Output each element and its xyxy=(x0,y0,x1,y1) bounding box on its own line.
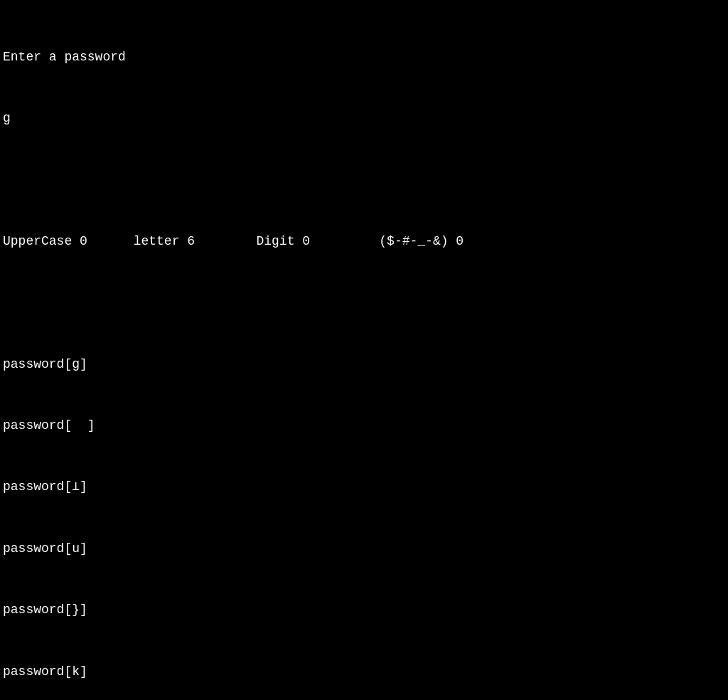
line-pw6: password[k] xyxy=(3,662,725,682)
line-stats: UpperCase 0 letter 6 Digit 0 ($-#-_-&) 0 xyxy=(3,231,725,252)
line-prompt: Enter a password xyxy=(3,47,725,68)
line-pw1: password[g] xyxy=(3,354,725,375)
line-pw5: password[}] xyxy=(3,600,725,620)
line-pw2: password[ ] xyxy=(3,415,725,436)
line-input: g xyxy=(3,108,725,129)
line-blank1 xyxy=(3,169,725,190)
terminal-output: Enter a password g UpperCase 0 letter 6 … xyxy=(3,6,725,700)
line-pw3: password[⊥] xyxy=(3,477,725,497)
line-pw4: password[u] xyxy=(3,539,725,559)
line-blank2 xyxy=(3,292,725,313)
